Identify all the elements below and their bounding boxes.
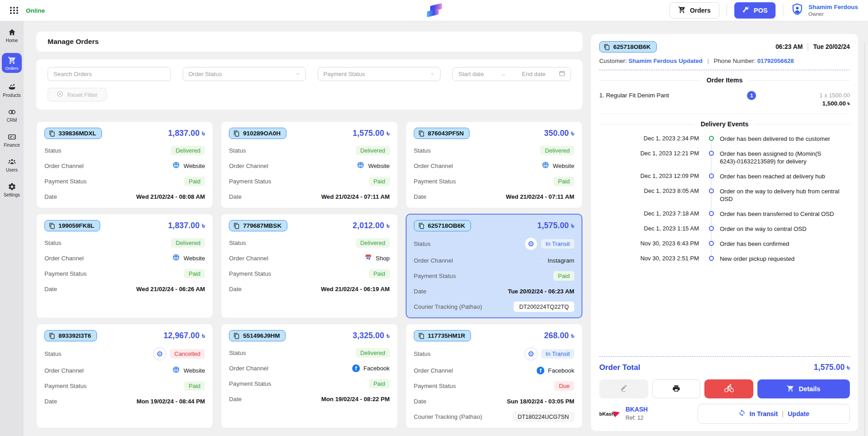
copy-icon[interactable] (49, 333, 55, 339)
event-text: Order has been confirmed (718, 240, 850, 248)
payment-badge: Paid (184, 269, 205, 278)
print-button[interactable] (652, 379, 700, 398)
orders-button[interactable]: Orders (669, 2, 719, 19)
customer-name-link[interactable]: Shamim Ferdous Updated (629, 57, 703, 64)
order-id-badge[interactable]: 625718OB6K (414, 220, 471, 231)
timeline-dot-icon (709, 188, 714, 193)
tracking-code[interactable]: DT180224UCG7SN (512, 412, 574, 422)
copy-icon[interactable] (233, 130, 240, 137)
order-id-badge[interactable]: 199059FK8L (44, 220, 100, 231)
facebook-icon: f (537, 367, 544, 374)
edit-order-button[interactable] (599, 379, 648, 398)
copy-icon[interactable] (49, 130, 55, 137)
order-status-select[interactable]: Order Status (183, 67, 306, 81)
dashed-divider (599, 70, 850, 70)
order-detail-panel-wrap: 625718OB6K 06:23 AM Tue 20/02/24 Custome… (591, 21, 868, 436)
order-id-badge[interactable]: 117735HM1R (414, 330, 471, 341)
payment-badge: Paid (369, 269, 390, 278)
order-card[interactable]: 551496J9HM3,325.00 ৳StatusDeliveredOrder… (221, 324, 398, 428)
sidebar-item-crm[interactable]: CRM (1, 108, 23, 123)
channel-name: Website (368, 163, 389, 169)
order-id-badge[interactable]: 339836MDXL (44, 128, 102, 139)
copy-icon[interactable] (418, 223, 425, 229)
pos-button[interactable]: POS (734, 2, 776, 19)
update-link[interactable]: Update (788, 410, 809, 417)
globe-icon: www (172, 366, 180, 375)
sidebar-item-orders[interactable]: Orders (2, 53, 22, 73)
channel-name: Website (184, 367, 205, 374)
copy-icon[interactable] (233, 223, 240, 229)
detail-order-id-badge[interactable]: 625718OB6K (599, 41, 657, 53)
order-id-badge[interactable]: 551496J9HM (229, 330, 286, 341)
event-time: Dec 1, 2023 12:09 PM (599, 172, 704, 180)
sidebar-item-products[interactable]: Products (1, 83, 23, 98)
reset-filter-button[interactable]: Reset Filter (48, 88, 107, 101)
order-card[interactable]: 339836MDXL1,837.00 ৳StatusDeliveredOrder… (36, 121, 213, 208)
event-text: Order has been delivered to the customer (718, 135, 850, 143)
delivery-status-update[interactable]: In Transit | Update (698, 404, 850, 424)
svg-text:www: www (173, 164, 179, 167)
status-badge: Delivered (356, 238, 390, 248)
sidebar-item-finance[interactable]: Finance (1, 133, 23, 148)
apps-grid-icon[interactable] (10, 7, 19, 14)
chevron-down-icon (296, 71, 300, 77)
status-badge: In Transit (541, 349, 574, 359)
order-card[interactable]: 199059FK8L1,837.00 ৳StatusDeliveredOrder… (36, 214, 213, 318)
copy-icon[interactable] (233, 333, 240, 339)
user-menu[interactable]: Shamim Ferdous Owner (790, 3, 858, 18)
order-id-badge[interactable]: 893392I3T6 (44, 330, 97, 341)
delivery-status-text: In Transit (750, 410, 778, 417)
timeline-dot-icon (709, 151, 714, 156)
date-range-picker[interactable]: Start date → End date (452, 67, 571, 81)
channel-name: Website (184, 163, 205, 169)
order-amount: 350.00 ৳ (544, 129, 574, 138)
products-icon (8, 83, 16, 91)
payment-status-select[interactable]: Payment Status (318, 67, 441, 81)
payment-badge: Paid (369, 177, 390, 186)
delivery-event: Dec 1, 2023 2:34 PMOrder has been delive… (599, 135, 850, 143)
event-time: Dec 1, 2023 1:15 AM (599, 225, 704, 233)
sidebar-item-home[interactable]: Home (1, 28, 23, 43)
order-date: Sun 18/02/24 - 03:05 PM (507, 398, 574, 405)
payment-reference: Ref: 12 (626, 415, 648, 422)
timeline-dot-icon (709, 241, 714, 246)
order-card[interactable]: 625718OB6K1,575.00 ৳StatusIn TransitOrde… (406, 214, 582, 318)
panel-scrollbar[interactable] (864, 43, 865, 436)
order-id-badge[interactable]: 779687MBSK (229, 220, 287, 231)
order-id-badge[interactable]: 910289OA0H (229, 128, 286, 139)
sidebar-item-settings[interactable]: Settings (1, 182, 23, 197)
details-button[interactable]: Details (757, 379, 850, 398)
sidebar-item-users[interactable]: Users (1, 158, 23, 172)
order-date: Wed 21/02/24 - 06:26 AM (136, 286, 205, 292)
order-card[interactable]: 876043PF5N350.00 ৳StatusDeliveredOrder C… (406, 121, 582, 208)
order-amount: 1,837.00 ৳ (168, 129, 205, 138)
tracking-code[interactable]: DT200224TQ22TQ (514, 302, 574, 312)
order-card[interactable]: 910289OA0H1,575.00 ৳StatusDeliveredOrder… (221, 121, 398, 208)
copy-icon[interactable] (418, 130, 425, 137)
order-date: Mon 19/02/24 - 08:44 PM (136, 398, 205, 405)
status-badge: Delivered (356, 348, 390, 358)
svg-text:www: www (543, 164, 548, 167)
order-id-badge[interactable]: 876043PF5N (414, 128, 470, 139)
timeline-dot-icon (709, 173, 714, 178)
sidebar: HomeOrdersProductsCRMFinanceUsersSetting… (0, 21, 24, 436)
order-card[interactable]: 893392I3T612,967.00 ৳StatusCancelledOrde… (36, 324, 213, 428)
order-items-title: Order Items (599, 77, 850, 84)
crm-icon (8, 108, 16, 116)
item-qty-price: 1 x 1500.00 (820, 92, 850, 99)
payment-badge: Paid (184, 177, 205, 186)
phone-number-link[interactable]: 01792056628 (757, 57, 794, 64)
channel-name: Facebook (548, 367, 574, 374)
home-icon (8, 28, 16, 37)
search-orders-input[interactable] (53, 71, 165, 77)
copy-icon[interactable] (418, 333, 425, 339)
event-time: Nov 30, 2023 2:51 PM (599, 255, 704, 263)
order-date: Wed 21/02/24 - 08:08 AM (136, 193, 205, 200)
payment-badge: Due (554, 381, 574, 391)
courier-rider-button[interactable] (704, 379, 753, 398)
order-card[interactable]: 117735HM1R268.00 ৳StatusIn TransitOrder … (406, 324, 582, 428)
payment-method-name: BKASH (626, 406, 648, 414)
status-badge: Cancelled (170, 349, 205, 359)
copy-icon[interactable] (49, 223, 55, 229)
order-card[interactable]: 779687MBSK2,012.00 ৳StatusDeliveredOrder… (221, 214, 398, 318)
